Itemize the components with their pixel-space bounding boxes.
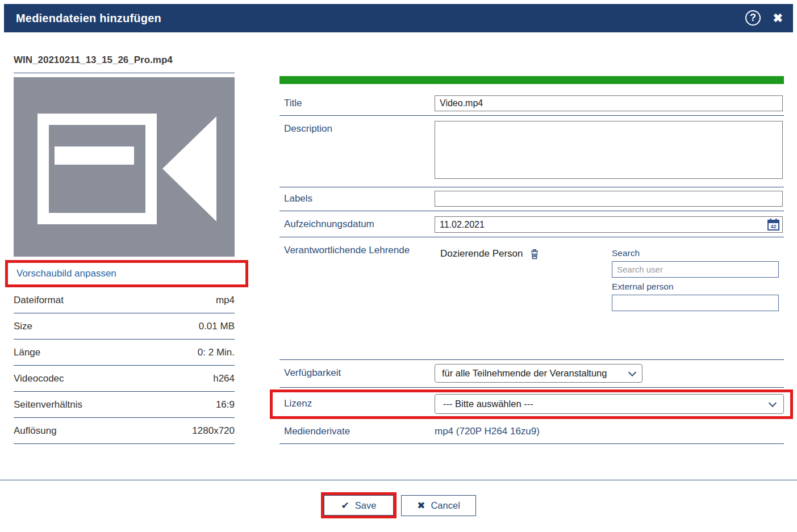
meta-label: Auflösung	[14, 425, 57, 437]
separator	[279, 443, 784, 444]
labels-input[interactable]	[435, 191, 783, 207]
separator	[279, 237, 784, 237]
recording-date-label: Aufzeichnungsdatum	[284, 216, 374, 233]
dialog-title: Mediendateien hinzufügen	[16, 12, 161, 25]
chevron-down-icon	[628, 368, 636, 376]
availability-label: Verfügbarkeit	[284, 363, 341, 383]
chevron-down-icon	[769, 399, 777, 407]
description-label: Description	[284, 120, 332, 137]
derivatives-label: Medienderivate	[284, 423, 350, 440]
availability-selected-value: für alle Teilnehmende der Veranstaltung	[442, 368, 607, 379]
calendar-icon[interactable]: 42	[767, 219, 779, 231]
table-row: Länge 0: 2 Min.	[14, 340, 235, 366]
lecturers-label: Verantwortlichende Lehrende	[284, 242, 410, 259]
adjust-preview-link[interactable]: Vorschaubild anpassen	[16, 268, 116, 279]
license-select[interactable]: --- Bitte auswählen ---	[435, 394, 784, 414]
upload-progress-bar	[279, 76, 784, 84]
table-row: Size 0.01 MB	[14, 313, 235, 340]
meta-label: Videocodec	[14, 373, 64, 384]
meta-label: Seitenverhältnis	[14, 399, 82, 410]
footer-separator	[0, 480, 797, 480]
video-thumbnail	[14, 77, 235, 257]
save-button[interactable]: ✔ Save	[324, 495, 394, 516]
meta-label: Dateiformat	[14, 295, 64, 306]
table-row: Seitenverhältnis 16:9	[14, 392, 235, 418]
derivatives-value: mp4 (720P H264 16zu9)	[435, 423, 540, 440]
meta-value: 1280x720	[192, 425, 235, 437]
meta-value: 16:9	[216, 399, 235, 410]
meta-value: mp4	[216, 295, 235, 306]
license-selected-value: --- Bitte auswählen ---	[443, 399, 533, 409]
separator	[279, 359, 784, 360]
title-label: Title	[284, 95, 302, 112]
meta-value: 0.01 MB	[199, 321, 235, 332]
checkmark-icon: ✔	[341, 500, 349, 512]
x-icon: ✖	[417, 500, 425, 512]
table-row: Videocodec h264	[14, 366, 235, 392]
recording-date-input[interactable]: 11.02.2021 42	[435, 216, 783, 233]
trash-icon[interactable]	[530, 249, 539, 259]
title-input[interactable]	[435, 95, 783, 111]
save-highlight-box: ✔ Save	[321, 492, 397, 518]
search-label: Search	[612, 248, 640, 258]
file-metadata-table: Dateiformat mp4 Size 0.01 MB Länge 0: 2 …	[14, 287, 235, 444]
cancel-button[interactable]: ✖ Cancel	[401, 495, 476, 516]
recording-date-value: 11.02.2021	[440, 220, 485, 230]
separator	[279, 211, 784, 211]
license-label: Lizenz	[284, 393, 312, 414]
labels-label: Labels	[284, 190, 312, 207]
file-name-heading: WIN_20210211_13_15_26_Pro.mp4	[14, 55, 235, 73]
external-person-label: External person	[612, 282, 674, 292]
separator	[279, 187, 784, 187]
close-icon[interactable]: ✖	[773, 10, 783, 26]
lecturer-person-name: Dozierende Person	[440, 248, 523, 259]
table-row: Dateiformat mp4	[14, 287, 235, 313]
table-row: Auflösung 1280x720	[14, 418, 235, 444]
separator	[279, 387, 784, 388]
preview-highlight-box: Vorschaubild anpassen	[5, 260, 248, 287]
cancel-button-label: Cancel	[431, 500, 460, 511]
meta-label: Size	[14, 321, 32, 332]
lecturer-person-row: Dozierende Person	[440, 248, 539, 259]
help-icon[interactable]: ?	[745, 10, 761, 26]
calendar-badge: 42	[770, 224, 776, 229]
availability-select[interactable]: für alle Teilnehmende der Veranstaltung	[435, 364, 642, 383]
meta-label: Länge	[14, 347, 40, 358]
external-person-input[interactable]	[612, 295, 779, 311]
search-user-input[interactable]	[612, 261, 779, 278]
meta-value: 0: 2 Min.	[198, 347, 235, 358]
dialog-header: Mediendateien hinzufügen ? ✖	[4, 4, 793, 32]
meta-value: h264	[213, 373, 235, 384]
video-camera-icon	[14, 77, 235, 257]
save-button-label: Save	[355, 500, 377, 511]
separator	[279, 115, 784, 116]
description-textarea[interactable]	[435, 121, 783, 179]
